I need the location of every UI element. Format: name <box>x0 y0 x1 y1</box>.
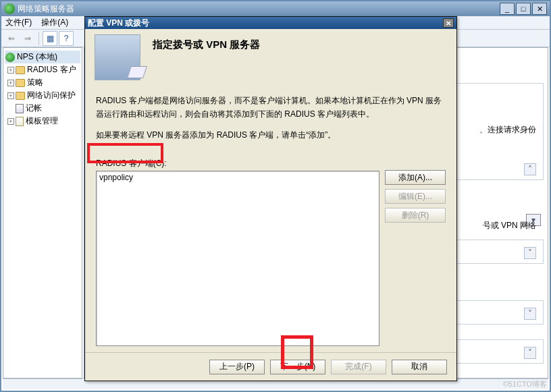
tree-root-nps[interactable]: NPS (本地) <box>5 51 80 63</box>
tree-node-templates[interactable]: + 模板管理 <box>5 115 80 128</box>
template-icon <box>16 117 24 126</box>
panel-text: 、连接请求身份 <box>479 124 536 136</box>
maximize-button[interactable]: □ <box>516 3 531 15</box>
expand-icon[interactable]: + <box>7 92 14 99</box>
toolbar-back-icon: ⇐ <box>4 31 19 46</box>
tree-label: 模板管理 <box>26 115 58 127</box>
folder-icon <box>16 66 25 74</box>
dialog-body-text-2: 如果要将远程 VPN 服务器添加为 RADIUS 客户端，请单击“添加”。 <box>96 128 446 142</box>
close-button[interactable]: ✕ <box>532 3 547 15</box>
mmc-titlebar: 网络策略服务器 _ □ ✕ <box>1 1 550 16</box>
dialog-body-text-1: RADIUS 客户端都是网络访问服务器，而不是客户端计算机。如果本地计算机正在作… <box>96 94 446 121</box>
add-button[interactable]: 添加(A)... <box>385 170 446 185</box>
menu-file[interactable]: 文件(F) <box>5 17 32 28</box>
nps-icon <box>5 53 15 62</box>
dialog-title: 配置 VPN 或拨号 <box>88 18 443 29</box>
back-button[interactable]: 上一步(P) <box>209 360 265 374</box>
next-button[interactable]: 下一步(N) <box>270 360 325 374</box>
chevron-down-icon[interactable]: ˅ <box>524 347 536 359</box>
tree-node-network-access[interactable]: + 网络访问保护 <box>5 89 80 102</box>
edit-button: 编辑(E)... <box>385 189 446 204</box>
tree-label: RADIUS 客户 <box>27 64 76 76</box>
finish-button: 完成(F) <box>331 360 386 374</box>
vpn-wizard-dialog: 配置 VPN 或拨号 ✕ 指定拨号或 VPN 服务器 RADIUS 客户端都是网… <box>84 16 457 381</box>
tree-root-label: NPS (本地) <box>17 51 57 63</box>
watermark: ©51CTO博客 <box>503 379 547 389</box>
list-item[interactable]: vpnpolicy <box>97 171 379 184</box>
folder-icon <box>16 79 25 87</box>
toolbar-forward-icon: ⇒ <box>20 31 35 46</box>
chevron-down-icon[interactable]: ˅ <box>524 308 536 320</box>
tree-label: 策略 <box>27 77 43 88</box>
dialog-footer: 上一步(P) 下一步(N) 完成(F) 取消 <box>85 352 456 381</box>
expand-icon[interactable]: + <box>7 80 14 86</box>
tree-node-policies[interactable]: + 策略 <box>5 76 80 89</box>
mmc-window-title: 网络策略服务器 <box>18 3 498 15</box>
wizard-computer-icon <box>95 34 140 80</box>
radius-clients-label: RADIUS 客户端(C): <box>96 158 446 169</box>
tree-node-accounting[interactable]: 记帐 <box>5 102 80 115</box>
dialog-close-button[interactable]: ✕ <box>443 18 454 28</box>
cancel-button[interactable]: 取消 <box>392 360 447 374</box>
dialog-heading: 指定拨号或 VPN 服务器 <box>140 34 447 80</box>
minimize-button[interactable]: _ <box>500 3 515 15</box>
folder-icon <box>16 92 25 100</box>
remove-button: 删除(R) <box>385 208 446 223</box>
toolbar-help-icon[interactable]: ? <box>59 31 74 46</box>
chevron-up-icon[interactable]: ˄ <box>524 163 536 175</box>
panel-text: 号或 VPN 网络 <box>483 220 536 231</box>
toolbar-properties-icon[interactable]: ▦ <box>43 31 57 46</box>
expand-icon[interactable]: + <box>7 118 14 125</box>
expand-icon[interactable]: + <box>7 67 14 74</box>
nps-app-icon <box>4 3 15 14</box>
radius-client-listbox[interactable]: vpnpolicy <box>96 171 379 346</box>
chevron-down-icon[interactable]: ˅ <box>524 247 536 259</box>
mmc-tree-pane[interactable]: NPS (本地) + RADIUS 客户 + 策略 + 网络访问保护 记帐 + … <box>3 47 82 379</box>
notebook-icon <box>16 104 24 113</box>
dialog-titlebar[interactable]: 配置 VPN 或拨号 ✕ <box>85 17 456 29</box>
menu-action[interactable]: 操作(A) <box>41 17 68 28</box>
tree-label: 记帐 <box>26 103 42 114</box>
tree-label: 网络访问保护 <box>27 90 76 101</box>
tree-node-radius-clients[interactable]: + RADIUS 客户 <box>5 63 80 76</box>
